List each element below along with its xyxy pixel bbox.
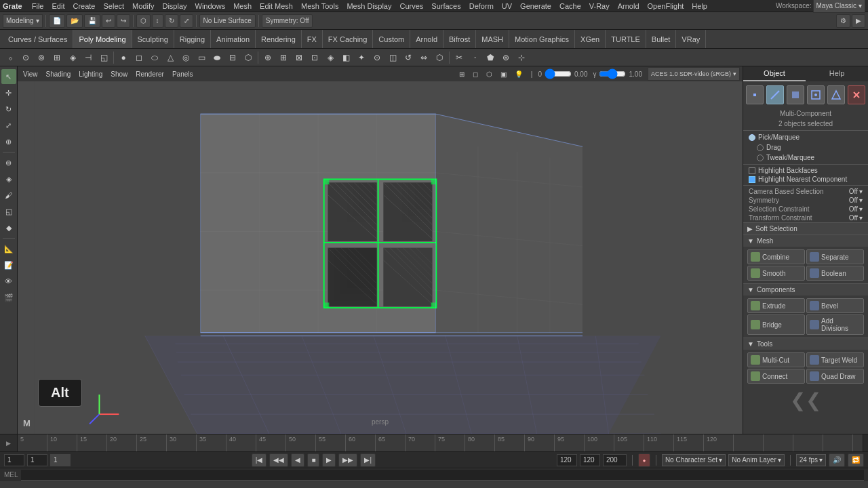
menu-mesh[interactable]: Mesh <box>229 0 256 12</box>
marquee-icon[interactable]: ⊞ <box>50 50 64 65</box>
sphere-icon[interactable]: ● <box>116 50 131 65</box>
bevel-icon[interactable]: ◈ <box>323 50 338 65</box>
menu-vray[interactable]: V-Ray <box>585 0 614 12</box>
select-mode-btn[interactable]: ↖ <box>1 69 16 84</box>
viewport[interactable]: View Shading Lighting Show Renderer Pane… <box>18 66 743 434</box>
spin-edge-icon[interactable]: ↺ <box>401 50 416 65</box>
select-btn[interactable]: ⬡ <box>136 14 151 28</box>
shelf-rendering[interactable]: Rendering <box>256 30 302 48</box>
average-verts-icon[interactable]: ⊹ <box>514 50 529 65</box>
mode-dropdown[interactable]: Modeling▾ <box>3 14 43 28</box>
frame-end-1[interactable]: 120 <box>557 454 577 466</box>
menu-display[interactable]: Display <box>158 0 191 12</box>
crease-btn[interactable]: ◱ <box>1 204 16 219</box>
menu-help[interactable]: Help <box>688 0 711 12</box>
pipe-icon[interactable]: ⊟ <box>225 50 240 65</box>
open-scene-btn[interactable]: 📂 <box>66 14 83 28</box>
vp-grid-icon[interactable]: ⊞ <box>456 70 467 78</box>
menu-mesh-tools[interactable]: Mesh Tools <box>297 0 342 12</box>
vp-gamma-slider[interactable] <box>599 70 626 78</box>
shelf-custom[interactable]: Custom <box>373 30 410 48</box>
subdiv-icon[interactable]: ⬡ <box>432 50 447 65</box>
shelf-motion-graphics[interactable]: Motion Graphics <box>509 30 575 48</box>
shelf-poly-modeling[interactable]: Poly Modeling <box>73 30 132 48</box>
combine-icon[interactable]: ⊕ <box>260 50 275 65</box>
highlight-backfaces-checkbox[interactable] <box>749 167 755 174</box>
menu-file[interactable]: File <box>28 0 48 12</box>
connect-btn[interactable]: Connect <box>747 369 805 384</box>
shelf-vray[interactable]: VRay <box>676 30 706 48</box>
prev-frame-btn[interactable]: ◀◀ <box>269 453 288 467</box>
rotate-btn[interactable]: ↻ <box>165 14 178 28</box>
move-tool-btn[interactable]: ✛ <box>1 85 16 100</box>
menu-cache[interactable]: Cache <box>555 0 585 12</box>
menu-select[interactable]: Select <box>99 0 128 12</box>
cube-icon[interactable]: ◻ <box>132 50 146 65</box>
shelf-xgen[interactable]: XGen <box>575 30 606 48</box>
quad-draw-btn[interactable]: Quad Draw <box>806 369 864 384</box>
soft-selection-header[interactable]: ▶ Soft Selection <box>743 222 868 235</box>
offset-edge-icon[interactable]: ⬟ <box>483 50 498 65</box>
lasso-tool-icon[interactable]: ⊙ <box>18 50 33 65</box>
menu-deform[interactable]: Deform <box>465 0 498 12</box>
shelf-arnold[interactable]: Arnold <box>410 30 443 48</box>
soft-select-btn[interactable]: ⊚ <box>1 155 16 170</box>
insert-edge-icon[interactable]: ⬞ <box>467 50 482 65</box>
edge-icon[interactable] <box>766 85 784 104</box>
vp-shading-menu[interactable]: Shading <box>43 70 74 78</box>
menu-generate[interactable]: Generate <box>516 0 555 12</box>
close-component-icon[interactable] <box>848 85 865 104</box>
set-key-btn[interactable]: ◆ <box>1 220 16 235</box>
scale-tool-btn[interactable]: ⤢ <box>1 118 16 133</box>
menu-openflight[interactable]: OpenFlight <box>644 0 688 12</box>
vp-lighting-menu[interactable]: Lighting <box>76 70 105 78</box>
render-settings-btn[interactable]: ⚙ <box>836 14 850 28</box>
target-weld-icon[interactable]: ⊛ <box>498 50 513 65</box>
select-tool-icon[interactable]: ⬦ <box>3 50 18 65</box>
vp-view-menu[interactable]: View <box>20 70 41 78</box>
selection-constraint-dropdown[interactable]: Off ▾ <box>849 205 863 213</box>
pick-radio[interactable] <box>749 134 755 141</box>
goto-start-btn[interactable]: |◀ <box>252 453 267 467</box>
new-scene-btn[interactable]: 📄 <box>49 14 65 28</box>
menu-edit-mesh[interactable]: Edit Mesh <box>256 0 297 12</box>
goto-end-btn[interactable]: ▶| <box>360 453 376 467</box>
transform-btn[interactable]: ↕ <box>152 14 163 28</box>
multi-cut-icon[interactable]: ✂ <box>452 50 467 65</box>
vp-smooth-icon[interactable]: ⬡ <box>484 70 495 78</box>
menu-arnold[interactable]: Arnold <box>614 0 644 12</box>
cone-icon[interactable]: △ <box>163 50 178 65</box>
paint-attr-btn[interactable]: 🖌 <box>1 188 16 203</box>
next-frame-btn[interactable]: ▶▶ <box>338 453 357 467</box>
shelf-bifrost[interactable]: Bifrost <box>443 30 476 48</box>
extrude-btn[interactable]: Extrude <box>747 298 805 313</box>
vp-light-icon[interactable]: 💡 <box>512 70 526 78</box>
timeline-bar[interactable]: ▶ 5 10 15 20 25 30 35 40 45 50 55 60 65 … <box>0 434 868 451</box>
paint-select-icon[interactable]: ⊚ <box>34 50 49 65</box>
bevel-btn[interactable]: Bevel <box>806 298 864 313</box>
menu-curves[interactable]: Curves <box>395 0 427 12</box>
helix-icon[interactable]: ⬡ <box>241 50 256 65</box>
offset-icon[interactable]: ◫ <box>385 50 400 65</box>
timeline-ticks[interactable]: 5 10 15 20 25 30 35 40 45 50 55 60 65 70… <box>18 434 863 451</box>
wedge-icon[interactable]: ◧ <box>338 50 353 65</box>
menu-uv[interactable]: UV <box>498 0 516 12</box>
shelf-bullet[interactable]: Bullet <box>646 30 677 48</box>
measure-btn[interactable]: 📐 <box>1 241 16 256</box>
menu-windows[interactable]: Windows <box>191 0 230 12</box>
multi-component-icon[interactable] <box>807 85 825 104</box>
render-icon-btn[interactable]: 🎬 <box>1 290 16 305</box>
highlight-backfaces-row[interactable]: Highlight Backfaces <box>743 166 868 175</box>
show-hide-btn[interactable]: 👁 <box>1 274 16 289</box>
workspace-dropdown[interactable]: Maya Classic ▾ <box>813 0 865 13</box>
vp-texture-icon[interactable]: ▣ <box>498 70 509 78</box>
camera-based-selection-dropdown[interactable]: Off ▾ <box>849 188 863 195</box>
drag-radio[interactable] <box>757 144 764 151</box>
bridge-btn[interactable]: Bridge <box>747 314 805 335</box>
loop-btn[interactable]: 🔁 <box>848 453 864 467</box>
vp-wireframe-icon[interactable]: ◻ <box>470 70 481 78</box>
torus-icon[interactable]: ◎ <box>178 50 193 65</box>
shelf-sculpting[interactable]: Sculpting <box>132 30 174 48</box>
sculpt-btn[interactable]: ◈ <box>1 171 16 186</box>
crease-icon[interactable]: ◱ <box>96 50 111 65</box>
